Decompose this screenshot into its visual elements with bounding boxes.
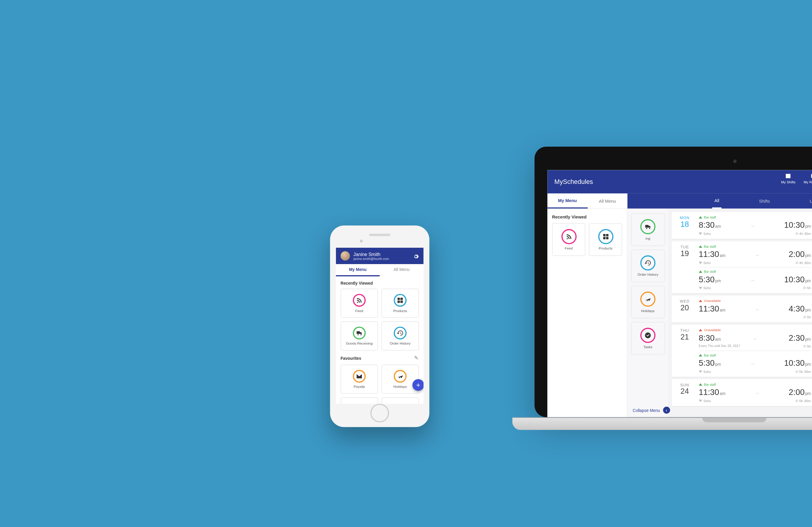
location: Soho xyxy=(699,261,711,265)
day-number: 21 xyxy=(676,332,693,341)
duration: © 5h 30m xyxy=(796,370,811,374)
user-email: janine.smith@fourth.com xyxy=(353,257,389,260)
edit-icon[interactable]: ✎ xyxy=(414,355,419,361)
end-time: 10:30pm xyxy=(784,220,811,230)
mail-icon xyxy=(353,370,366,383)
sidebar: Recently Viewed Feed Products xyxy=(547,209,627,417)
shift-card[interactable]: SUN 24 Bar staff 11:30am → 2:00pm Soho ©… xyxy=(672,379,812,406)
phone-mockup: Janine Smith janine.smith@fourth.com My … xyxy=(330,226,429,427)
day-of-week: WED xyxy=(676,299,693,304)
truck-icon xyxy=(640,219,655,234)
tab-all-menu[interactable]: All Menu xyxy=(588,193,627,209)
location: Soho xyxy=(699,398,711,403)
recently-viewed-heading: Recently Viewed xyxy=(552,214,622,220)
filter-unavailable[interactable]: Unavailable xyxy=(807,193,812,209)
tab-all-menu[interactable]: All Menu xyxy=(380,264,424,276)
header-my-shifts[interactable]: My Shifts xyxy=(781,172,795,185)
mail-icon xyxy=(811,172,812,179)
chevron-left-icon: ‹ xyxy=(663,407,670,414)
duration: © 5h xyxy=(803,345,811,348)
shift-tag: Bar staff xyxy=(699,245,811,248)
end-time: 10:30pm xyxy=(784,275,811,284)
tile-tasks[interactable]: Tasks xyxy=(631,322,665,355)
products-icon xyxy=(598,229,613,244)
duration: © 5h xyxy=(803,316,811,319)
arrow-right-icon: → xyxy=(754,390,760,396)
location: Soho xyxy=(699,231,711,235)
shift-card[interactable]: WED 20 Unavailable 11:30am → 4:30pm © 5h xyxy=(672,296,812,323)
shift-card[interactable]: MON 18 Bar staff 8:30am → 10:30pm Soho ©… xyxy=(672,212,812,239)
tile-products[interactable]: Products xyxy=(589,223,622,256)
start-time: 11:30am xyxy=(699,387,726,397)
header-my-requests[interactable]: My Requests xyxy=(804,172,812,185)
arrow-right-icon: → xyxy=(752,336,757,342)
plane-icon xyxy=(640,292,655,307)
duration: © 5h xyxy=(803,286,811,290)
recently-viewed-heading: Recently Viewed xyxy=(340,281,419,285)
duration: © 5h 30m xyxy=(796,399,811,403)
filter-shifts[interactable]: Shifts xyxy=(756,193,772,209)
history-icon xyxy=(640,255,655,270)
favourites-heading: Favourites✎ xyxy=(340,355,419,361)
shift-list[interactable]: MON 18 Bar staff 8:30am → 10:30pm Soho ©… xyxy=(668,209,812,417)
tile-order-history[interactable]: Order History xyxy=(631,249,665,282)
day-number: 18 xyxy=(676,220,693,228)
start-time: 8:30am xyxy=(699,333,721,342)
shift-tag: Bar staff xyxy=(699,353,811,357)
day-number: 20 xyxy=(676,303,693,312)
shift-tag: Bar staff xyxy=(699,383,811,386)
user-name: Janine Smith xyxy=(353,252,389,257)
truck-icon xyxy=(353,327,366,339)
app-title: MySchedules xyxy=(554,178,593,186)
gear-icon[interactable] xyxy=(413,254,419,260)
laptop-screen: MySchedules My Shifts My Requests Team r… xyxy=(547,170,812,417)
location: Soho xyxy=(699,369,711,374)
day-of-week: SUN xyxy=(676,383,693,387)
tile-products[interactable]: Products xyxy=(381,289,419,318)
tile-tasks[interactable] xyxy=(381,397,419,404)
history-icon xyxy=(394,327,407,339)
day-number: 19 xyxy=(676,249,693,258)
collapse-menu[interactable]: Collapse Menu ‹ xyxy=(633,407,670,414)
shift-card[interactable]: THU 21 Unavailable 8:30am → 2:30pm Every… xyxy=(672,325,812,377)
tile-feed[interactable]: Feed xyxy=(340,289,378,318)
start-time: 5:30pm xyxy=(699,358,721,367)
check-icon xyxy=(640,328,655,343)
products-icon xyxy=(394,294,407,307)
arrow-right-icon: → xyxy=(750,278,755,283)
rss-icon xyxy=(561,229,576,244)
duration: © 4h 30m xyxy=(796,232,811,235)
day-number: 24 xyxy=(676,387,693,396)
phone-header: Janine Smith janine.smith@fourth.com xyxy=(336,248,424,264)
day-of-week: THU xyxy=(676,328,693,333)
avatar[interactable] xyxy=(340,251,350,261)
rss-icon xyxy=(353,294,366,307)
tile-payslip[interactable]: Payslip xyxy=(340,365,378,394)
tab-my-menu[interactable]: My Menu xyxy=(547,193,587,209)
tile-goods[interactable]: Goods Receiving xyxy=(340,321,378,351)
arrow-right-icon: → xyxy=(754,252,760,259)
tile-feed[interactable]: Feed xyxy=(552,223,585,256)
end-time: 2:00pm xyxy=(789,249,811,259)
secondary-sidebar: ing Order History Holidays Tasks xyxy=(627,209,668,417)
duration: © 4h 30m xyxy=(796,261,811,265)
laptop-mockup: MySchedules My Shifts My Requests Team r… xyxy=(535,147,812,430)
start-time: 11:30am xyxy=(699,304,726,313)
shift-tag: Unavailable xyxy=(699,328,811,332)
tile-profile[interactable] xyxy=(340,397,378,404)
tile-goods[interactable]: ing xyxy=(631,213,665,246)
fab-add[interactable]: + xyxy=(412,379,424,391)
shift-card[interactable]: TUE 19 Bar staff 11:30am → 2:00pm Soho ©… xyxy=(672,241,812,293)
shift-tag: Unavailable xyxy=(699,299,811,303)
tile-holidays[interactable]: Holidays xyxy=(631,286,665,318)
day-of-week: MON xyxy=(676,216,693,220)
tile-holidays[interactable]: Holidays xyxy=(381,365,419,394)
tile-order-history[interactable]: Order History xyxy=(381,321,419,351)
app-header: MySchedules My Shifts My Requests Team r… xyxy=(547,170,812,193)
shift-tag: Bar staff xyxy=(699,270,811,274)
start-time: 5:30pm xyxy=(699,275,721,284)
tab-my-menu[interactable]: My Menu xyxy=(336,264,380,276)
start-time: 11:30am xyxy=(699,249,726,259)
filter-all[interactable]: All xyxy=(712,193,722,209)
calendar-icon xyxy=(785,172,792,179)
